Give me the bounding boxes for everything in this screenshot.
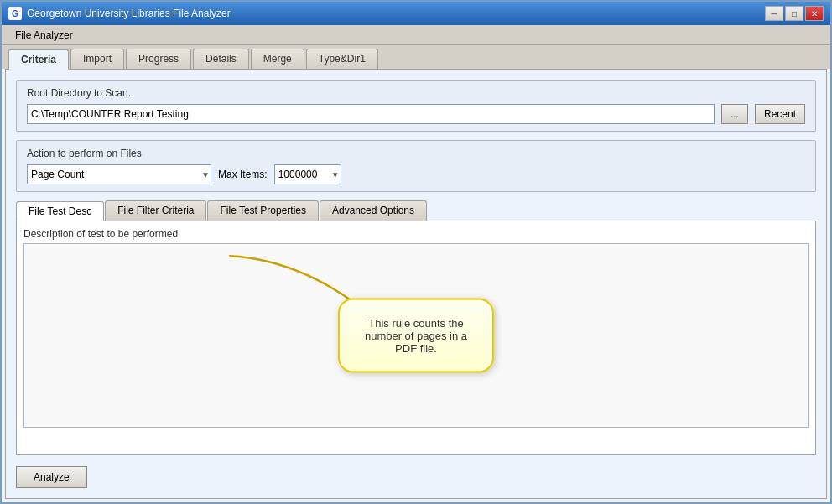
maximize-button[interactable]: □ — [785, 6, 803, 21]
tab-merge[interactable]: Merge — [251, 49, 304, 69]
minimize-button[interactable]: ─ — [765, 6, 783, 21]
analyze-button[interactable]: Analyze — [16, 466, 87, 488]
directory-label: Root Directory to Scan. — [27, 87, 805, 99]
tab-type-dir1[interactable]: Type&Dir1 — [306, 49, 378, 69]
directory-row: ... Recent — [27, 104, 805, 124]
inner-tab-advanced-options[interactable]: Advanced Options — [320, 200, 427, 221]
inner-tab-content: Description of test to be performed This… — [16, 221, 816, 455]
tab-details[interactable]: Details — [193, 49, 249, 69]
main-window: G Georgetown University Libraries File A… — [0, 0, 832, 504]
tooltip-text: This rule counts thenumber of pages in a… — [365, 317, 467, 355]
tab-progress[interactable]: Progress — [126, 49, 191, 69]
main-tab-bar: Criteria Import Progress Details Merge T… — [2, 45, 830, 69]
main-content: Root Directory to Scan. ... Recent Actio… — [5, 69, 827, 499]
inner-tab-container: File Test Desc File Filter Criteria File… — [16, 200, 816, 455]
title-bar: G Georgetown University Libraries File A… — [2, 2, 830, 25]
max-items-wrapper: 1000000 100000 10000 ▼ — [274, 164, 341, 184]
window-title: Georgetown University Libraries File Ana… — [27, 8, 231, 19]
window-controls: ─ □ ✕ — [765, 6, 824, 21]
inner-tab-bar: File Test Desc File Filter Criteria File… — [16, 200, 816, 221]
menu-file-analyzer[interactable]: File Analyzer — [8, 28, 80, 43]
action-row: Page Count File Count Word Count Line Co… — [27, 164, 805, 184]
description-area: This rule counts thenumber of pages in a… — [23, 243, 809, 428]
tab-import[interactable]: Import — [70, 49, 124, 69]
action-section: Action to perform on Files Page Count Fi… — [16, 140, 816, 192]
directory-section: Root Directory to Scan. ... Recent — [16, 80, 816, 132]
max-items-label: Max Items: — [218, 169, 268, 180]
action-dropdown-wrapper: Page Count File Count Word Count Line Co… — [27, 164, 211, 184]
action-select[interactable]: Page Count File Count Word Count Line Co… — [27, 164, 211, 184]
title-bar-left: G Georgetown University Libraries File A… — [8, 7, 231, 20]
action-label: Action to perform on Files — [27, 148, 805, 159]
inner-tab-file-filter-criteria[interactable]: File Filter Criteria — [105, 200, 206, 221]
directory-input[interactable] — [27, 104, 715, 124]
tooltip-bubble: This rule counts thenumber of pages in a… — [338, 299, 494, 373]
max-items-select[interactable]: 1000000 100000 10000 — [274, 164, 341, 184]
tab-criteria[interactable]: Criteria — [8, 49, 69, 70]
recent-button[interactable]: Recent — [755, 104, 805, 124]
description-label: Description of test to be performed — [23, 228, 809, 240]
inner-tab-file-test-properties[interactable]: File Test Properties — [207, 200, 319, 221]
inner-tab-file-test-desc[interactable]: File Test Desc — [16, 201, 104, 221]
close-button[interactable]: ✕ — [805, 6, 824, 21]
menu-bar: File Analyzer — [2, 25, 830, 45]
browse-button[interactable]: ... — [721, 104, 748, 124]
app-icon: G — [8, 7, 22, 20]
